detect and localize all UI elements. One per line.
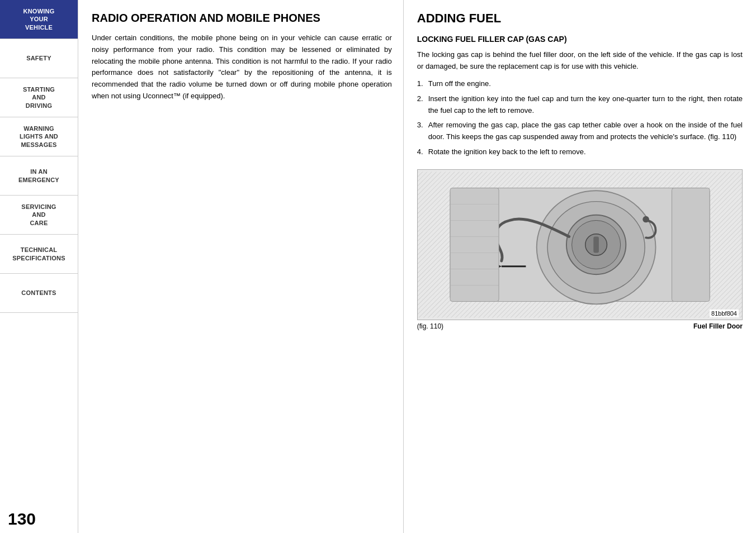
svg-rect-12: [450, 188, 499, 301]
step-text: After removing the gas cap, place the ga…: [428, 121, 743, 141]
figure-container: 81bbf804: [417, 169, 743, 320]
sidebar-item-label: KNOWING YOUR VEHICLE: [23, 7, 55, 31]
figure-caption-right: Fuel Filler Door: [693, 322, 743, 330]
figure-image: [418, 170, 742, 320]
left-column: RADIO OPERATION AND MOBILE PHONES Under …: [78, 0, 404, 533]
sidebar-item-contents[interactable]: CONTENTS: [0, 274, 78, 313]
sidebar-item-in-an-emergency[interactable]: IN AN EMERGENCY: [0, 156, 78, 196]
sidebar-item-label: STARTING AND DRIVING: [23, 85, 55, 110]
sidebar-item-label: IN AN EMERGENCY: [18, 168, 59, 184]
sidebar-item-servicing-and-care[interactable]: SERVICING AND CARE: [0, 196, 78, 235]
step-num: 2.: [417, 93, 423, 105]
list-item: 3. After removing the gas cap, place the…: [417, 120, 743, 143]
list-item: 4. Rotate the ignition key back to the l…: [417, 146, 743, 158]
sidebar: KNOWING YOUR VEHICLE SAFETY STARTING AND…: [0, 0, 78, 533]
step-num: 3.: [417, 120, 423, 131]
step-num: 4.: [417, 146, 423, 158]
sidebar-item-starting-and-driving[interactable]: STARTING AND DRIVING: [0, 78, 78, 117]
step-text: Rotate the ignition key back to the left…: [428, 147, 586, 156]
page-number: 130: [0, 313, 78, 533]
sidebar-item-warning-lights-and-messages[interactable]: WARNING LIGHTS AND MESSAGES: [0, 117, 78, 156]
sidebar-item-label: WARNING LIGHTS AND MESSAGES: [20, 125, 58, 149]
list-item: 1. Turn off the engine.: [417, 78, 743, 90]
svg-rect-19: [672, 188, 710, 301]
right-column: ADDING FUEL LOCKING FUEL FILLER CAP (GAS…: [404, 0, 756, 533]
steps-list: 1. Turn off the engine. 2. Insert the ig…: [417, 78, 743, 161]
left-section-body: Under certain conditions, the mobile pho…: [92, 32, 392, 102]
figure-caption-row: (fig. 110) Fuel Filler Door: [417, 320, 743, 330]
sidebar-item-label: SERVICING AND CARE: [21, 203, 56, 227]
sidebar-item-technical-specifications[interactable]: TECHNICAL SPECIFICATIONS: [0, 235, 78, 274]
figure-id: 81bbf804: [710, 310, 739, 317]
list-item: 2. Insert the ignition key into the fuel…: [417, 93, 743, 117]
sidebar-item-label: CONTENTS: [21, 289, 56, 297]
step-text: Turn off the engine.: [428, 79, 491, 88]
sidebar-item-safety[interactable]: SAFETY: [0, 39, 78, 78]
right-section-intro: The locking gas cap is behind the fuel f…: [417, 49, 743, 73]
right-section-title: ADDING FUEL: [417, 11, 743, 26]
sidebar-item-label: SAFETY: [26, 54, 51, 62]
sidebar-item-label: TECHNICAL SPECIFICATIONS: [12, 246, 65, 262]
main-content: RADIO OPERATION AND MOBILE PHONES Under …: [78, 0, 756, 533]
figure-caption-left: (fig. 110): [417, 322, 443, 330]
subsection-title: LOCKING FUEL FILLER CAP (GAS CAP): [417, 35, 743, 44]
svg-point-11: [642, 216, 649, 223]
step-num: 1.: [417, 78, 423, 90]
left-section-title: RADIO OPERATION AND MOBILE PHONES: [92, 11, 392, 25]
sidebar-item-knowing-your-vehicle[interactable]: KNOWING YOUR VEHICLE: [0, 0, 78, 39]
step-text: Insert the ignition key into the fuel ca…: [428, 94, 743, 115]
svg-rect-8: [593, 236, 599, 253]
